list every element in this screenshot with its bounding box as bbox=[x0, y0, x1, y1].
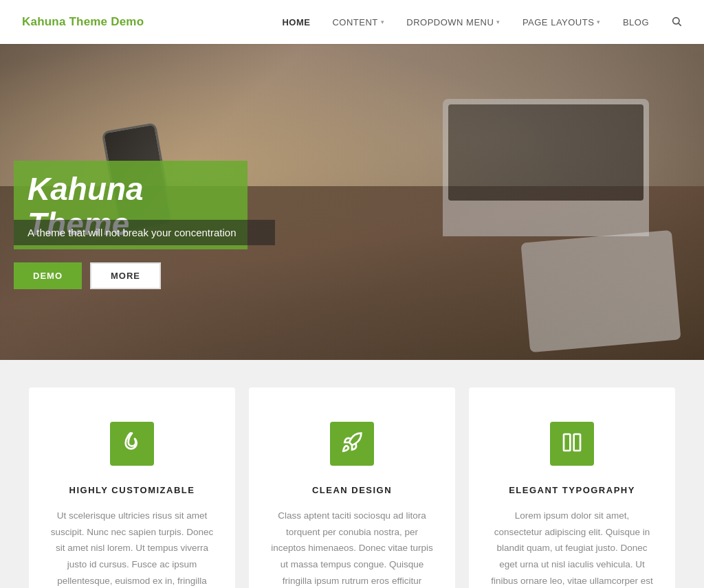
flame-icon bbox=[121, 431, 143, 456]
search-icon[interactable] bbox=[671, 16, 682, 29]
hero-section: Kahuna Theme A theme that will not break… bbox=[0, 44, 704, 360]
site-header: Kahuna Theme Demo HOME CONTENT ▾ DROPDOW… bbox=[0, 0, 704, 44]
more-button[interactable]: MORE bbox=[90, 262, 161, 289]
chevron-down-icon: ▾ bbox=[496, 19, 500, 25]
columns-icon bbox=[561, 431, 583, 456]
feature-text-customizable: Ut scelerisque ultricies risus sit amet … bbox=[50, 508, 214, 588]
nav-page-layouts[interactable]: PAGE LAYOUTS ▾ bbox=[522, 17, 601, 27]
site-title[interactable]: Kahuna Theme Demo bbox=[22, 15, 144, 29]
feature-text-typography: Lorem ipsum dolor sit amet, consectetur … bbox=[490, 508, 654, 588]
nav-content[interactable]: CONTENT ▾ bbox=[332, 17, 384, 27]
demo-button[interactable]: DEMO bbox=[14, 262, 82, 289]
main-nav: HOME CONTENT ▾ DROPDOWN MENU ▾ PAGE LAYO… bbox=[282, 16, 682, 29]
features-section: HIGHLY CUSTOMIZABLE Ut scelerisque ultri… bbox=[0, 360, 704, 588]
svg-rect-2 bbox=[564, 434, 570, 451]
feature-title-customizable: HIGHLY CUSTOMIZABLE bbox=[69, 485, 195, 495]
chevron-down-icon: ▾ bbox=[597, 19, 601, 25]
laptop-screen bbox=[448, 104, 644, 201]
svg-line-1 bbox=[679, 23, 681, 26]
svg-point-0 bbox=[673, 17, 679, 23]
clean-design-icon-wrap bbox=[330, 422, 374, 466]
nav-dropdown-menu[interactable]: DROPDOWN MENU ▾ bbox=[406, 17, 500, 27]
nav-blog[interactable]: BLOG bbox=[623, 17, 649, 27]
hero-buttons: DEMO MORE bbox=[14, 262, 161, 289]
feature-title-typography: ELEGANT TYPOGRAPHY bbox=[509, 485, 635, 495]
feature-card-typography: ELEGANT TYPOGRAPHY Lorem ipsum dolor sit… bbox=[469, 387, 675, 588]
feature-card-clean-design: CLEAN DESIGN Class aptent taciti sociosq… bbox=[249, 387, 455, 588]
svg-rect-3 bbox=[574, 434, 580, 451]
customizable-icon-wrap bbox=[110, 422, 154, 466]
nav-home[interactable]: HOME bbox=[282, 17, 310, 27]
chevron-down-icon: ▾ bbox=[381, 19, 385, 25]
feature-text-clean-design: Class aptent taciti sociosqu ad litora t… bbox=[270, 508, 434, 588]
feature-title-clean-design: CLEAN DESIGN bbox=[312, 485, 392, 495]
feature-card-customizable: HIGHLY CUSTOMIZABLE Ut scelerisque ultri… bbox=[29, 387, 235, 588]
hero-subtitle-bar: A theme that will not break your concent… bbox=[14, 220, 275, 245]
hero-tablet-decoration bbox=[520, 230, 681, 353]
rocket-icon bbox=[341, 431, 363, 456]
hero-laptop-decoration bbox=[443, 99, 649, 236]
typography-icon-wrap bbox=[550, 422, 594, 466]
hero-subtitle: A theme that will not break your concent… bbox=[28, 227, 261, 238]
